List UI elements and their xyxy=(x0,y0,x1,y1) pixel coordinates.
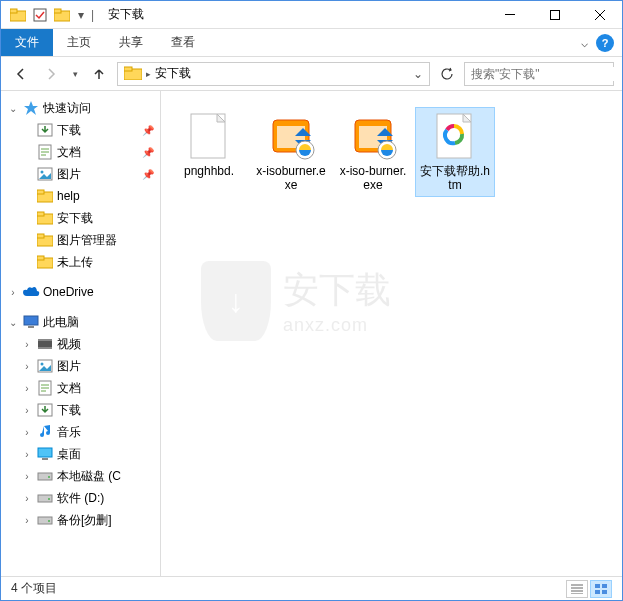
svg-rect-4 xyxy=(54,9,61,13)
sidebar-item[interactable]: ›软件 (D:) xyxy=(1,487,160,509)
tab-file[interactable]: 文件 xyxy=(1,29,53,56)
sidebar-item-label: 图片 xyxy=(57,166,81,183)
recent-dropdown[interactable]: ▾ xyxy=(69,62,81,86)
chevron-right-icon[interactable]: › xyxy=(7,287,19,298)
quick-access-toolbar: ▾ xyxy=(1,6,87,24)
drive-icon xyxy=(36,512,54,528)
up-button[interactable] xyxy=(87,62,111,86)
sidebar-item[interactable]: ›备份[勿删] xyxy=(1,509,160,531)
sidebar-item[interactable]: help xyxy=(1,185,160,207)
sidebar-item[interactable]: ›图片 xyxy=(1,355,160,377)
file-item[interactable]: pnghhbd. xyxy=(169,107,249,197)
svg-rect-21 xyxy=(37,256,44,260)
tab-share[interactable]: 共享 xyxy=(105,29,157,56)
svg-rect-31 xyxy=(38,448,52,457)
folder-icon xyxy=(36,254,54,270)
svg-rect-1 xyxy=(10,9,17,13)
qat-dropdown-icon[interactable]: ▾ xyxy=(75,6,87,24)
document-icon xyxy=(36,144,54,160)
tab-view[interactable]: 查看 xyxy=(157,29,209,56)
address-dropdown-icon[interactable]: ⌄ xyxy=(409,67,427,81)
sidebar-item[interactable]: 图片📌 xyxy=(1,163,160,185)
chevron-right-icon[interactable]: › xyxy=(21,515,33,526)
sidebar-item-label: 图片 xyxy=(57,358,81,375)
svg-rect-15 xyxy=(37,190,44,194)
folder-icon[interactable] xyxy=(9,6,27,24)
chevron-right-icon[interactable]: › xyxy=(21,383,33,394)
computer-icon xyxy=(22,314,40,330)
address-bar[interactable]: ▸ 安下载 ⌄ xyxy=(117,62,430,86)
file-thumb xyxy=(267,112,315,160)
file-item[interactable]: x-iso-burner.exe xyxy=(333,107,413,197)
pin-icon: 📌 xyxy=(142,169,154,180)
folder-icon-2[interactable] xyxy=(53,6,71,24)
chevron-right-icon[interactable]: › xyxy=(21,493,33,504)
chevron-right-icon[interactable]: › xyxy=(21,361,33,372)
address-path[interactable]: 安下载 xyxy=(151,65,409,82)
help-icon[interactable]: ? xyxy=(596,34,614,52)
chevron-right-icon[interactable]: › xyxy=(21,471,33,482)
sidebar-item[interactable]: ›视频 xyxy=(1,333,160,355)
folder-icon xyxy=(36,188,54,204)
sidebar-item[interactable]: 安下载 xyxy=(1,207,160,229)
sidebar-item[interactable]: 未上传 xyxy=(1,251,160,273)
sidebar-item-label: help xyxy=(57,189,80,203)
sidebar-item[interactable]: ›桌面 xyxy=(1,443,160,465)
drive-icon xyxy=(36,468,54,484)
icons-view-button[interactable] xyxy=(590,580,612,598)
window-title: 安下载 xyxy=(108,6,144,23)
chevron-right-icon[interactable]: › xyxy=(21,339,33,350)
sidebar-item-label: 安下载 xyxy=(57,210,93,227)
file-item[interactable]: 安下载帮助.htm xyxy=(415,107,495,197)
chevron-right-icon[interactable]: › xyxy=(21,427,33,438)
svg-rect-51 xyxy=(602,590,607,594)
file-label: pnghhbd. xyxy=(184,164,234,178)
quick-access-root[interactable]: ⌄ 快速访问 xyxy=(1,97,160,119)
svg-point-34 xyxy=(48,476,50,478)
navigation-pane[interactable]: ⌄ 快速访问 下载📌文档📌图片📌help安下载图片管理器未上传 › OneDri… xyxy=(1,91,161,576)
svg-rect-2 xyxy=(34,9,46,21)
onedrive-root[interactable]: › OneDrive xyxy=(1,281,160,303)
tab-home[interactable]: 主页 xyxy=(53,29,105,56)
chevron-down-icon[interactable]: ⌄ xyxy=(7,103,19,114)
desktop-icon xyxy=(36,446,54,462)
chevron-right-icon[interactable]: › xyxy=(21,405,33,416)
download-icon xyxy=(36,122,54,138)
refresh-button[interactable] xyxy=(436,63,458,85)
chevron-down-icon[interactable]: ⌄ xyxy=(7,317,19,328)
file-list[interactable]: ↓ 安下载 anxz.com pnghhbd.x-isoburner.exex-… xyxy=(161,91,622,576)
sidebar-item[interactable]: 图片管理器 xyxy=(1,229,160,251)
sidebar-item-label: 下载 xyxy=(57,402,81,419)
sidebar-item[interactable]: 文档📌 xyxy=(1,141,160,163)
chevron-right-icon[interactable]: › xyxy=(21,449,33,460)
close-button[interactable] xyxy=(577,1,622,29)
search-input[interactable] xyxy=(471,67,621,81)
svg-rect-23 xyxy=(28,326,34,328)
properties-icon[interactable] xyxy=(31,6,49,24)
sidebar-item[interactable]: ›文档 xyxy=(1,377,160,399)
document-icon xyxy=(36,380,54,396)
sidebar-item[interactable]: ›音乐 xyxy=(1,421,160,443)
svg-rect-22 xyxy=(24,316,38,325)
file-item[interactable]: x-isoburner.exe xyxy=(251,107,331,197)
body-area: ⌄ 快速访问 下载📌文档📌图片📌help安下载图片管理器未上传 › OneDri… xyxy=(1,91,622,576)
back-button[interactable] xyxy=(9,62,33,86)
svg-point-36 xyxy=(48,498,50,500)
this-pc-root[interactable]: ⌄ 此电脑 xyxy=(1,311,160,333)
svg-point-13 xyxy=(41,171,44,174)
minimize-button[interactable] xyxy=(487,1,532,29)
svg-rect-32 xyxy=(42,458,48,460)
svg-rect-19 xyxy=(37,234,44,238)
forward-button[interactable] xyxy=(39,62,63,86)
sidebar-item[interactable]: 下载📌 xyxy=(1,119,160,141)
maximize-button[interactable] xyxy=(532,1,577,29)
svg-point-38 xyxy=(48,520,50,522)
details-view-button[interactable] xyxy=(566,580,588,598)
sidebar-item[interactable]: ›下载 xyxy=(1,399,160,421)
sidebar-item[interactable]: ›本地磁盘 (C xyxy=(1,465,160,487)
svg-rect-26 xyxy=(38,347,52,349)
ribbon-tabs: 文件 主页 共享 查看 ⌵ ? xyxy=(1,29,622,57)
expand-ribbon-icon[interactable]: ⌵ xyxy=(581,36,588,50)
folder-icon xyxy=(36,232,54,248)
search-box[interactable] xyxy=(464,62,614,86)
